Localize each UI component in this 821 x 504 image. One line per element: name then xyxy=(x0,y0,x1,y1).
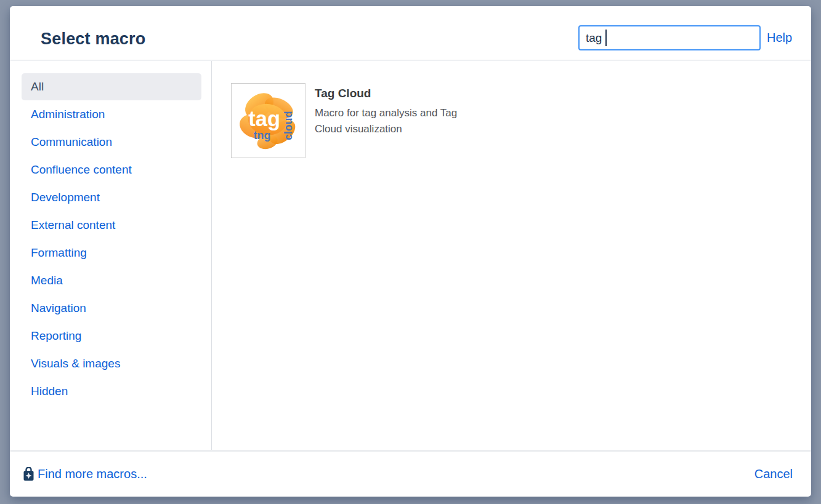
dialog-footer: Find more macros... Cancel xyxy=(10,450,811,497)
sidebar-item-reporting[interactable]: Reporting xyxy=(10,322,211,350)
sidebar-item-development[interactable]: Development xyxy=(10,183,211,211)
svg-text:tng: tng xyxy=(253,129,270,142)
sidebar-item-administration[interactable]: Administration xyxy=(10,100,211,128)
sidebar-item-all[interactable]: All xyxy=(22,73,201,100)
page-title: Select macro xyxy=(41,30,146,49)
sidebar-item-communication[interactable]: Communication xyxy=(10,128,211,156)
category-list: AllAdministrationCommunicationConfluence… xyxy=(10,73,211,405)
find-more-macros-link[interactable]: Find more macros... xyxy=(23,467,147,481)
sidebar-item-navigation[interactable]: Navigation xyxy=(10,294,211,322)
help-link[interactable]: Help xyxy=(767,31,792,45)
sidebar-item-confluence-content[interactable]: Confluence content xyxy=(10,156,211,183)
dialog-header: Select macro Help xyxy=(10,6,811,61)
category-sidebar: AllAdministrationCommunicationConfluence… xyxy=(10,61,212,450)
macro-title: Tag Cloud xyxy=(315,87,476,100)
marketplace-icon xyxy=(23,467,34,481)
sidebar-item-visuals-images[interactable]: Visuals & images xyxy=(10,350,211,377)
select-macro-dialog: Select macro Help AllAdministrationCommu… xyxy=(10,6,811,497)
sidebar-item-hidden[interactable]: Hidden xyxy=(10,377,211,405)
text-caret xyxy=(605,30,607,46)
sidebar-item-media[interactable]: Media xyxy=(10,266,211,294)
search-wrap xyxy=(578,25,761,50)
find-more-label: Find more macros... xyxy=(38,467,147,481)
cancel-button[interactable]: Cancel xyxy=(754,467,793,481)
svg-text:cloud: cloud xyxy=(282,111,294,140)
macro-text: Tag Cloud Macro for tag analysis and Tag… xyxy=(305,83,476,158)
macro-description: Macro for tag analysis and Tag Cloud vis… xyxy=(315,105,476,137)
macro-result-tag-cloud[interactable]: tag tng cloud Tag Cloud Macro for tag an… xyxy=(231,83,811,158)
dialog-body: AllAdministrationCommunicationConfluence… xyxy=(10,61,811,450)
sidebar-item-formatting[interactable]: Formatting xyxy=(10,239,211,266)
macro-icon-box: tag tng cloud xyxy=(231,83,305,158)
page-overlay: { "dialog": { "title": "Select macro", "… xyxy=(0,0,821,504)
sidebar-item-external-content[interactable]: External content xyxy=(10,211,211,239)
svg-text:tag: tag xyxy=(248,107,280,130)
macro-results: tag tng cloud Tag Cloud Macro for tag an… xyxy=(212,61,811,450)
tag-cloud-icon: tag tng cloud xyxy=(234,86,303,155)
